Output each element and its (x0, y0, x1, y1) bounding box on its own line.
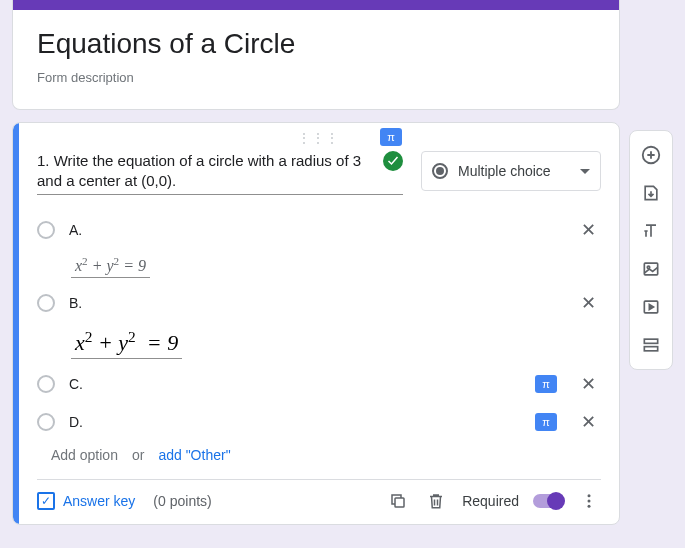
question-text-input[interactable]: 1. Write the equation of a circle with a… (37, 151, 403, 195)
question-type-dropdown[interactable]: Multiple choice (421, 151, 601, 191)
question-text: 1. Write the equation of a circle with a… (37, 151, 377, 192)
import-questions-button[interactable] (633, 175, 669, 211)
add-other-button[interactable]: add "Other" (158, 447, 230, 463)
option-c-label[interactable]: C. (69, 376, 521, 392)
answer-key-icon: ✓ (37, 492, 55, 510)
form-header-card: Equations of a Circle Form description (12, 0, 620, 110)
option-d-row: D. π ✕ (37, 403, 601, 441)
add-image-button[interactable] (633, 251, 669, 287)
add-option-row: Add option or add "Other" (37, 441, 601, 473)
delete-button[interactable] (424, 492, 448, 510)
remove-option-b-button[interactable]: ✕ (575, 292, 601, 314)
equation-chip-icon[interactable]: π (535, 413, 557, 431)
equation-image-b[interactable]: x2 + y2 = 9 (71, 326, 182, 359)
points-label: (0 points) (153, 493, 211, 509)
remove-option-d-button[interactable]: ✕ (575, 411, 601, 433)
radio-icon (37, 221, 55, 239)
option-b-label[interactable]: B. (69, 295, 561, 311)
equation-chip-icon[interactable]: π (535, 375, 557, 393)
header-accent (13, 0, 619, 10)
question-type-label: Multiple choice (458, 163, 570, 179)
radio-icon (37, 375, 55, 393)
svg-point-3 (588, 505, 591, 508)
question-card: ⋮⋮⋮ 1. Write the equation of a circle wi… (12, 122, 620, 525)
add-video-button[interactable] (633, 289, 669, 325)
svg-point-1 (588, 494, 591, 497)
drag-handle-icon[interactable]: ⋮⋮⋮ (37, 131, 601, 147)
add-option-button[interactable]: Add option (51, 447, 118, 463)
add-section-button[interactable] (633, 327, 669, 363)
radio-icon (37, 413, 55, 431)
answer-key-button[interactable]: ✓ Answer key (37, 492, 135, 510)
option-d-label[interactable]: D. (69, 414, 521, 430)
option-a-row: A. ✕ (37, 211, 601, 249)
radio-icon (37, 294, 55, 312)
answer-key-label: Answer key (63, 493, 135, 509)
equation-badge-icon[interactable] (383, 151, 403, 171)
multiple-choice-icon (432, 163, 448, 179)
add-title-button[interactable] (633, 213, 669, 249)
form-description[interactable]: Form description (37, 70, 595, 85)
form-title[interactable]: Equations of a Circle (37, 28, 595, 60)
side-toolbar (629, 130, 673, 370)
more-options-button[interactable] (577, 492, 601, 510)
equation-image-a[interactable]: x2 + y2 = 9 (71, 253, 150, 278)
option-a-label[interactable]: A. (69, 222, 561, 238)
required-label: Required (462, 493, 519, 509)
svg-rect-8 (644, 339, 657, 343)
svg-rect-0 (395, 498, 404, 507)
remove-option-a-button[interactable]: ✕ (575, 219, 601, 241)
equation-chip-icon[interactable]: π (380, 128, 402, 146)
svg-rect-9 (644, 347, 657, 351)
or-text: or (132, 447, 144, 463)
svg-point-2 (588, 500, 591, 503)
add-question-button[interactable] (633, 137, 669, 173)
remove-option-c-button[interactable]: ✕ (575, 373, 601, 395)
required-toggle[interactable] (533, 494, 563, 508)
dropdown-caret-icon (580, 169, 590, 174)
option-b-row: B. ✕ (37, 284, 601, 322)
option-c-row: C. π ✕ (37, 365, 601, 403)
duplicate-button[interactable] (386, 492, 410, 510)
